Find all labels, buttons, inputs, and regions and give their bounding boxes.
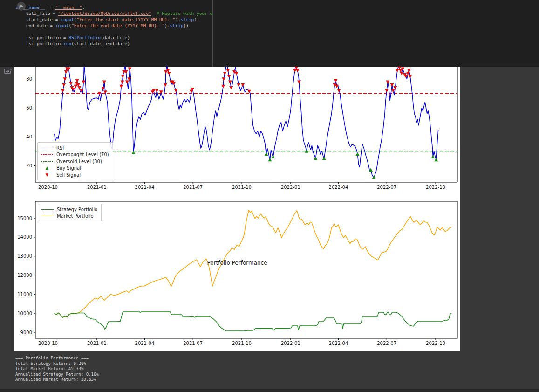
dashed-line-swatch-icon	[41, 161, 53, 162]
svg-text:2021-07: 2021-07	[183, 341, 203, 346]
line-swatch-icon	[41, 209, 54, 210]
svg-text:2021-04: 2021-04	[135, 185, 155, 190]
code-editor[interactable]: if __name__ == "__main__": data_file = "…	[0, 0, 213, 67]
rsi-legend: RSIOverbought Level (70)Oversold Level (…	[37, 142, 113, 180]
code-text: if __name__ == "__main__": data_file = "…	[15, 4, 213, 47]
svg-text:2021-01: 2021-01	[87, 341, 107, 346]
svg-text:2021-04: 2021-04	[135, 341, 155, 346]
svg-text:14000: 14000	[17, 234, 32, 240]
legend-entry: Overbought Level (70)	[41, 151, 109, 158]
svg-text:2022-07: 2022-07	[377, 185, 396, 190]
svg-text:80: 80	[26, 76, 32, 82]
legend-entry: ▼Sell Signal	[41, 172, 109, 179]
legend-entry: RSI	[41, 144, 109, 151]
legend-label: Sell Signal	[56, 172, 81, 178]
code-cell: if __name__ == "__main__": data_file = "…	[0, 0, 539, 67]
triangle-down-icon: ▼	[41, 173, 53, 177]
output-window-icon[interactable]	[3, 67, 13, 76]
portfolio-plot: 90001000011000120001300014000150002020-1…	[17, 201, 457, 346]
svg-text:2020-10: 2020-10	[38, 341, 58, 346]
dashed-line-swatch-icon	[41, 154, 53, 155]
pane-divider	[0, 389, 539, 392]
svg-text:20: 20	[26, 163, 32, 168]
svg-text:2022-10: 2022-10	[426, 185, 445, 190]
line-swatch-icon	[41, 216, 54, 216]
svg-text:15000: 15000	[17, 216, 32, 221]
legend-label: Strategy Portfolio	[57, 207, 97, 212]
line-swatch-icon	[41, 148, 53, 148]
console-output: === Portfolio Performance === Total Stra…	[15, 356, 99, 383]
svg-text:2021-07: 2021-07	[183, 185, 203, 190]
legend-entry: Strategy Portfolio	[41, 206, 97, 213]
svg-text:2021-10: 2021-10	[232, 185, 252, 190]
svg-text:2022-07: 2022-07	[377, 341, 396, 346]
legend-entry: Market Portfolio	[41, 213, 97, 220]
legend-label: Oversold Level (30)	[56, 159, 102, 164]
svg-text:2022-01: 2022-01	[281, 185, 300, 190]
legend-label: Buy Signal	[56, 165, 81, 171]
portfolio-legend: Strategy PortfolioMarket Portfolio	[38, 204, 102, 221]
svg-text:2021-10: 2021-10	[232, 341, 252, 346]
svg-text:2021-01: 2021-01	[87, 185, 107, 190]
svg-text:2020-10: 2020-10	[38, 185, 58, 190]
svg-text:2022-01: 2022-01	[281, 341, 300, 346]
svg-text:60: 60	[26, 105, 32, 110]
svg-text:11000: 11000	[17, 292, 32, 297]
legend-entry: ▲Buy Signal	[41, 165, 109, 172]
svg-text:2022-04: 2022-04	[329, 341, 348, 346]
svg-text:2022-10: 2022-10	[426, 341, 445, 346]
svg-text:10000: 10000	[17, 311, 32, 316]
svg-text:40: 40	[26, 134, 32, 139]
legend-label: Overbought Level (70)	[56, 152, 109, 157]
portfolio-chart-title: Portfolio Performance	[14, 260, 460, 266]
triangle-up-icon: ▲	[41, 166, 53, 170]
legend-entry: Oversold Level (30)	[41, 158, 109, 165]
matplotlib-figure-output: 204060802020-102021-012021-042021-072021…	[14, 67, 460, 351]
svg-text:12000: 12000	[17, 273, 32, 278]
svg-text:9000: 9000	[20, 330, 32, 335]
legend-label: Market Portfolio	[57, 213, 94, 219]
svg-text:13000: 13000	[17, 254, 32, 259]
legend-label: RSI	[56, 145, 64, 151]
svg-text:2022-04: 2022-04	[329, 185, 348, 190]
